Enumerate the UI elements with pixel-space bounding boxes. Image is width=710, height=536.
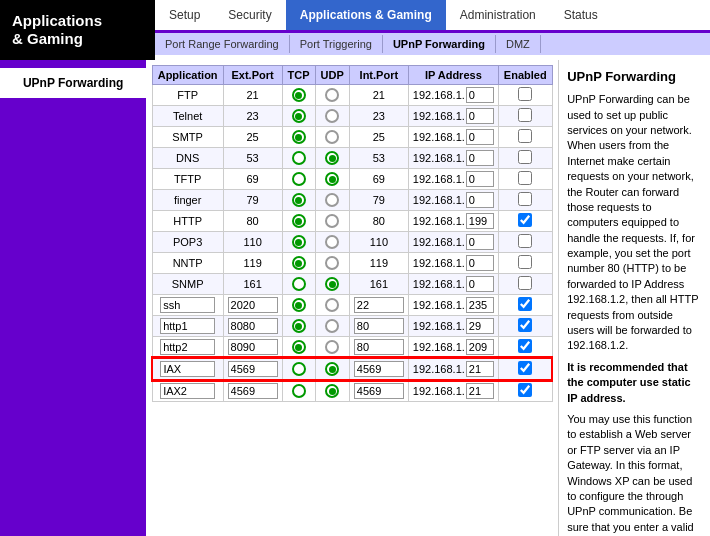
ip-last-input-11[interactable]: [466, 318, 494, 334]
tcp-radio-3[interactable]: [292, 151, 306, 165]
udp-radio-6[interactable]: [325, 214, 339, 228]
subnav-port-range[interactable]: Port Range Forwarding: [155, 35, 290, 53]
enabled-checkbox-6[interactable]: [518, 213, 532, 227]
info-para-2: It is recommended that the computer use …: [567, 360, 702, 406]
subnav-dmz[interactable]: DMZ: [496, 35, 541, 53]
udp-radio-14[interactable]: [325, 384, 339, 398]
udp-radio-12[interactable]: [325, 340, 339, 354]
tcp-radio-14[interactable]: [292, 384, 306, 398]
ip-last-input-1[interactable]: [466, 108, 494, 124]
tcp-radio-9[interactable]: [292, 277, 306, 291]
tcp-radio-0[interactable]: [292, 88, 306, 102]
udp-radio-11[interactable]: [325, 319, 339, 333]
tcp-radio-11[interactable]: [292, 319, 306, 333]
tcp-radio-13[interactable]: [292, 362, 306, 376]
col-ext-port: Ext.Port: [223, 66, 282, 85]
nav-applications-gaming[interactable]: Applications & Gaming: [286, 0, 446, 30]
main-content: Application Ext.Port TCP UDP Int.Port IP…: [146, 60, 558, 536]
tcp-radio-4[interactable]: [292, 172, 306, 186]
ip-last-input-14[interactable]: [466, 383, 494, 399]
int-port-input-13[interactable]: [354, 361, 404, 377]
app-input-10[interactable]: [160, 297, 215, 313]
ip-last-input-3[interactable]: [466, 150, 494, 166]
ip-last-input-10[interactable]: [466, 297, 494, 313]
enabled-checkbox-14[interactable]: [518, 383, 532, 397]
int-port-input-11[interactable]: [354, 318, 404, 334]
app-input-14[interactable]: [160, 383, 215, 399]
enabled-checkbox-7[interactable]: [518, 234, 532, 248]
enabled-checkbox-11[interactable]: [518, 318, 532, 332]
enabled-checkbox-3[interactable]: [518, 150, 532, 164]
col-application: Application: [152, 66, 223, 85]
ip-last-input-2[interactable]: [466, 129, 494, 145]
ip-last-input-13[interactable]: [466, 361, 494, 377]
tcp-radio-7[interactable]: [292, 235, 306, 249]
nav-security[interactable]: Security: [214, 0, 285, 30]
udp-radio-1[interactable]: [325, 109, 339, 123]
ext-port-input-12[interactable]: [228, 339, 278, 355]
upnp-table-container: Application Ext.Port TCP UDP Int.Port IP…: [151, 65, 553, 402]
udp-radio-4[interactable]: [325, 172, 339, 186]
udp-radio-5[interactable]: [325, 193, 339, 207]
udp-radio-9[interactable]: [325, 277, 339, 291]
udp-radio-3[interactable]: [325, 151, 339, 165]
enabled-checkbox-9[interactable]: [518, 276, 532, 290]
tcp-radio-6[interactable]: [292, 214, 306, 228]
ext-port-input-11[interactable]: [228, 318, 278, 334]
ip-last-input-7[interactable]: [466, 234, 494, 250]
enabled-checkbox-10[interactable]: [518, 297, 532, 311]
info-panel: UPnP Forwarding UPnP Forwarding can be u…: [558, 60, 710, 536]
tcp-radio-5[interactable]: [292, 193, 306, 207]
app-label-4: TFTP: [152, 169, 223, 190]
enabled-checkbox-0[interactable]: [518, 87, 532, 101]
tcp-radio-12[interactable]: [292, 340, 306, 354]
ip-last-input-6[interactable]: [466, 213, 494, 229]
subnav-upnp[interactable]: UPnP Forwarding: [383, 35, 496, 53]
udp-radio-2[interactable]: [325, 130, 339, 144]
upnp-table: Application Ext.Port TCP UDP Int.Port IP…: [151, 65, 553, 402]
enabled-checkbox-5[interactable]: [518, 192, 532, 206]
ip-last-input-0[interactable]: [466, 87, 494, 103]
app-input-12[interactable]: [160, 339, 215, 355]
int-port-input-14[interactable]: [354, 383, 404, 399]
app-input-11[interactable]: [160, 318, 215, 334]
tcp-radio-8[interactable]: [292, 256, 306, 270]
app-label-2: SMTP: [152, 127, 223, 148]
ip-last-input-12[interactable]: [466, 339, 494, 355]
udp-radio-8[interactable]: [325, 256, 339, 270]
enabled-checkbox-2[interactable]: [518, 129, 532, 143]
ext-port-input-10[interactable]: [228, 297, 278, 313]
col-int-port: Int.Port: [349, 66, 408, 85]
ext-port-input-13[interactable]: [228, 361, 278, 377]
udp-radio-7[interactable]: [325, 235, 339, 249]
enabled-checkbox-8[interactable]: [518, 255, 532, 269]
app-label-8: NNTP: [152, 253, 223, 274]
info-title: UPnP Forwarding: [567, 68, 702, 86]
udp-radio-10[interactable]: [325, 298, 339, 312]
enabled-checkbox-1[interactable]: [518, 108, 532, 122]
ext-port-input-14[interactable]: [228, 383, 278, 399]
nav-administration[interactable]: Administration: [446, 0, 550, 30]
nav-setup[interactable]: Setup: [155, 0, 214, 30]
sidebar: UPnP Forwarding: [0, 60, 146, 536]
subnav-port-triggering[interactable]: Port Triggering: [290, 35, 383, 53]
udp-radio-0[interactable]: [325, 88, 339, 102]
enabled-checkbox-13[interactable]: [518, 361, 532, 375]
nav-status[interactable]: Status: [550, 0, 612, 30]
enabled-checkbox-12[interactable]: [518, 339, 532, 353]
ip-last-input-5[interactable]: [466, 192, 494, 208]
sidebar-item-upnp[interactable]: UPnP Forwarding: [0, 68, 146, 98]
ip-last-input-9[interactable]: [466, 276, 494, 292]
app-label-1: Telnet: [152, 106, 223, 127]
tcp-radio-2[interactable]: [292, 130, 306, 144]
app-label-0: FTP: [152, 85, 223, 106]
int-port-input-12[interactable]: [354, 339, 404, 355]
int-port-input-10[interactable]: [354, 297, 404, 313]
app-input-13[interactable]: [160, 361, 215, 377]
tcp-radio-1[interactable]: [292, 109, 306, 123]
tcp-radio-10[interactable]: [292, 298, 306, 312]
ip-last-input-8[interactable]: [466, 255, 494, 271]
ip-last-input-4[interactable]: [466, 171, 494, 187]
enabled-checkbox-4[interactable]: [518, 171, 532, 185]
udp-radio-13[interactable]: [325, 362, 339, 376]
